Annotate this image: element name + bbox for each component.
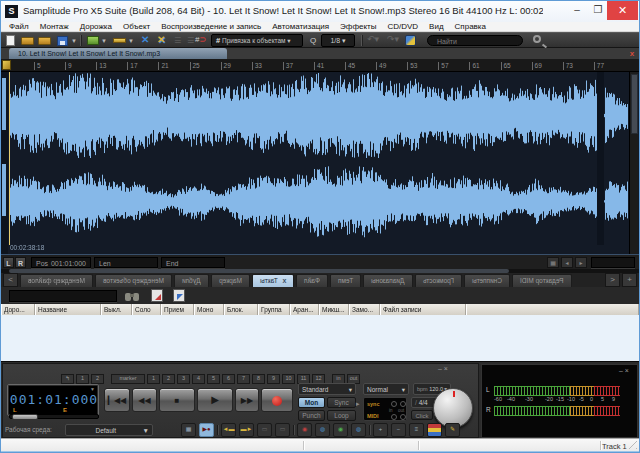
column-header[interactable]: Блок. — [224, 304, 258, 315]
export-list-icon[interactable] — [151, 289, 163, 302]
scrub-slider-thumb[interactable] — [12, 414, 38, 420]
column-header[interactable]: Файл записи — [380, 304, 466, 315]
track-search-input[interactable] — [9, 290, 117, 302]
docker-tab[interactable]: Файл — [296, 274, 328, 287]
object-dropdown-icon[interactable]: ▼ — [101, 38, 107, 44]
marker-left-icon[interactable]: ◄▬ — [221, 423, 236, 437]
time-format-dropdown-icon[interactable]: ▼ — [90, 386, 95, 392]
column-header[interactable]: Прием — [161, 304, 194, 315]
menu-item[interactable]: Эффекты — [340, 22, 376, 31]
vertical-scrollbar[interactable] — [629, 72, 638, 254]
import-audio-icon[interactable] — [38, 37, 51, 45]
monitor-button[interactable]: Mon — [298, 397, 325, 408]
locator-button[interactable]: 1 — [76, 374, 89, 384]
track-lines-icon[interactable]: ≡ — [409, 423, 424, 437]
column-header[interactable]: Замо... — [349, 304, 380, 315]
playhead-cursor[interactable] — [9, 72, 10, 245]
menu-item[interactable]: Воспроизведение и запись — [161, 22, 261, 31]
docker-tab[interactable]: Редактор MIDI — [512, 274, 572, 287]
menu-item[interactable]: Вид — [429, 22, 443, 31]
marker-number-button[interactable]: 3 — [177, 374, 190, 384]
menu-item[interactable]: Монтаж — [40, 22, 69, 31]
scroll-right-button[interactable]: ▸ — [575, 257, 587, 268]
column-header[interactable]: Группа — [258, 304, 290, 315]
grid-value-dropdown[interactable]: 1/8 ▾ — [321, 34, 355, 47]
panel-expand-icon[interactable]: ▸ — [356, 400, 360, 408]
split-object-icon[interactable]: ✕ — [141, 34, 149, 45]
column-header[interactable]: Название — [35, 304, 101, 315]
rewind-button[interactable]: ◀◀ — [132, 388, 157, 412]
column-header[interactable]: Выкл. — [101, 304, 132, 315]
grid-toggle-button[interactable]: ▦ — [547, 257, 559, 268]
undo-icon[interactable]: ↶▾ — [367, 34, 379, 44]
range-end-icon[interactable]: ▭ — [275, 423, 290, 437]
timeline-marker-icon[interactable] — [2, 60, 11, 70]
docker-add-tab-button[interactable]: + — [622, 273, 637, 287]
transport-minimize-close[interactable]: – × — [438, 366, 448, 372]
marker-number-button[interactable]: 1 — [147, 374, 160, 384]
stop-button[interactable]: ■ — [159, 388, 195, 412]
column-header[interactable]: Моно — [194, 304, 224, 315]
range-mode-icon[interactable] — [113, 38, 126, 43]
locator-button[interactable]: 2 — [91, 374, 104, 384]
docker-tab[interactable]: Громкость — [415, 274, 462, 287]
tempo-mode-dropdown[interactable]: Normal▾ — [363, 383, 409, 395]
grid-icon[interactable]: ▦ — [181, 423, 196, 437]
position-field[interactable]: Pos001:01:000 — [31, 257, 91, 268]
waveform-left-channel[interactable] — [9, 73, 628, 158]
new-file-icon[interactable] — [6, 35, 15, 46]
marker-number-button[interactable]: 8 — [252, 374, 265, 384]
marker-number-button[interactable]: 5 — [207, 374, 220, 384]
save-dropdown-icon[interactable]: ▼ — [71, 38, 77, 44]
record-mode-dropdown[interactable]: Standard▾ — [298, 383, 356, 395]
sync-button[interactable]: Sync — [327, 397, 356, 408]
solo-indicator-icon[interactable]: ◉ — [333, 423, 348, 437]
monitor-indicator-icon[interactable]: ◍ — [315, 423, 330, 437]
mouse-mode-icon[interactable] — [405, 35, 416, 46]
search-input[interactable]: Найти — [427, 35, 523, 46]
skip-to-start-button[interactable]: ▎◀◀ — [104, 388, 130, 412]
docker-scroll-left-button[interactable]: < — [3, 273, 18, 287]
scrub-slider[interactable] — [9, 414, 99, 419]
marker-number-button[interactable]: 9 — [267, 374, 280, 384]
scroll-left-button[interactable]: ◂ — [561, 257, 573, 268]
timeline-ruler[interactable]: 591317212529333741454953576165697377 — [1, 59, 639, 72]
fast-forward-button[interactable]: ▶▶ — [235, 388, 259, 412]
column-header[interactable]: Доро... — [1, 304, 35, 315]
column-header[interactable]: Соло — [132, 304, 161, 315]
resize-grip[interactable] — [629, 441, 637, 449]
time-display[interactable]: 001:01:000 ▼ L E — [7, 384, 99, 416]
play-record-icon[interactable]: ▶● — [199, 423, 214, 437]
vertical-scrollbar-thumb[interactable] — [631, 74, 638, 134]
quantize-button[interactable]: Q — [307, 34, 319, 47]
locator-button[interactable]: ↰ — [61, 374, 74, 384]
binoculars-icon[interactable] — [125, 293, 131, 301]
close-document-icon[interactable]: x — [627, 49, 637, 58]
docker-tab[interactable]: Диапазоны — [363, 274, 413, 287]
save-icon[interactable] — [57, 36, 68, 46]
search-magnifier-icon[interactable] — [533, 35, 541, 43]
marker-label-button[interactable]: marker — [111, 374, 145, 384]
waveform-right-channel[interactable] — [9, 159, 628, 244]
range-dropdown-icon[interactable]: ▼ — [128, 38, 134, 44]
punch-button[interactable]: Punch — [298, 410, 325, 421]
marker-number-button[interactable]: 2 — [162, 374, 175, 384]
menu-item[interactable]: Файл — [9, 22, 29, 31]
docker-tab[interactable]: Маркер — [211, 274, 250, 287]
minimize-button[interactable]: – — [567, 3, 587, 18]
menu-item[interactable]: Дорожка — [80, 22, 112, 31]
loop-button[interactable]: Loop — [327, 410, 356, 421]
arranger-wave-area[interactable]: 00:02:38:18 — [1, 72, 639, 254]
open-project-icon[interactable] — [21, 37, 34, 45]
docker-tab[interactable]: Менеджер файлов — [20, 274, 93, 287]
marker-number-button[interactable]: 6 — [222, 374, 235, 384]
marker-number-button[interactable]: 4 — [192, 374, 205, 384]
volume-knob[interactable] — [433, 388, 473, 428]
docker-tab[interactable]: Менеджер объектов — [95, 274, 172, 287]
pen-icon[interactable]: ✎ — [445, 423, 460, 437]
marker-number-button[interactable]: 10 — [282, 374, 295, 384]
menu-item[interactable]: Автоматизация — [272, 22, 329, 31]
close-docker-tab-icon[interactable]: x — [282, 277, 286, 284]
end-field[interactable]: End — [161, 257, 225, 268]
marker-right-icon[interactable]: ▬► — [239, 423, 254, 437]
